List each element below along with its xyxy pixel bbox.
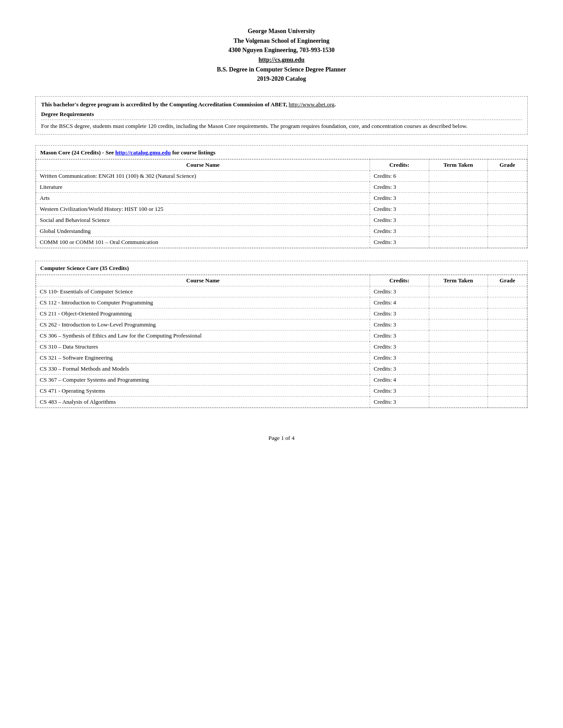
table-row: CS 321 – Software Engineering Credits: 3: [36, 353, 527, 364]
course-name: CS 321 – Software Engineering: [36, 353, 370, 364]
course-grade: [488, 353, 527, 364]
course-name: Written Communication: ENGH 101 (100) & …: [36, 171, 370, 182]
mason-core-title-suffix: - See: [101, 149, 115, 156]
course-credits: Credits: 3: [370, 397, 429, 408]
course-term: [429, 397, 487, 408]
accreditation-bold: This bachelor's degree program is accred…: [41, 101, 289, 108]
header-line6: 2019-2020 Catalog: [35, 74, 528, 84]
course-credits: Credits: 3: [370, 308, 429, 319]
table-row: CS 211 - Object-Oriented Programming Cre…: [36, 308, 527, 319]
col-header-grade: Grade: [488, 275, 527, 286]
table-row: CS 471 - Operating Systems Credits: 3: [36, 386, 527, 397]
course-grade: [488, 215, 527, 226]
course-grade: [488, 286, 527, 297]
course-credits: Credits: 4: [370, 375, 429, 386]
intro-section-box: This bachelor's degree program is accred…: [35, 96, 528, 135]
header-website-link[interactable]: http://cs.gmu.edu: [258, 56, 304, 63]
course-grade: [488, 226, 527, 237]
col-header-name: Course Name: [36, 160, 370, 171]
col-header-term: Term Taken: [429, 275, 487, 286]
course-credits: Credits: 3: [370, 182, 429, 193]
table-row: CS 367 – Computer Systems and Programmin…: [36, 375, 527, 386]
course-credits: Credits: 3: [370, 353, 429, 364]
cs-core-section: Computer Science Core (35 Credits) Cours…: [35, 261, 528, 408]
course-name: Literature: [36, 182, 370, 193]
table-row: Arts Credits: 3: [36, 193, 527, 204]
course-name: Arts: [36, 193, 370, 204]
course-term: [429, 204, 487, 215]
abet-link[interactable]: http://www.abet.org: [289, 101, 335, 108]
col-header-name: Course Name: [36, 275, 370, 286]
table-row: Literature Credits: 3: [36, 182, 527, 193]
header-line4: http://cs.gmu.edu: [35, 55, 528, 65]
course-credits: Credits: 4: [370, 297, 429, 308]
course-term: [429, 193, 487, 204]
page-header: George Mason University The Volgenau Sch…: [35, 26, 528, 84]
course-credits: Credits: 3: [370, 364, 429, 375]
course-term: [429, 364, 487, 375]
table-row: Global Understanding Credits: 3: [36, 226, 527, 237]
table-row: CS 310 – Data Structures Credits: 3: [36, 341, 527, 353]
degree-requirements-text: For the BSCS degree, students must compl…: [41, 123, 522, 130]
course-term: [429, 171, 487, 182]
course-term: [429, 237, 487, 248]
course-term: [429, 308, 487, 319]
course-grade: [488, 237, 527, 248]
course-name: CS 112 - Introduction to Computer Progra…: [36, 297, 370, 308]
degree-requirements-title: Degree Requirements: [41, 111, 522, 120]
course-credits: Credits: 3: [370, 330, 429, 341]
table-row: COMM 100 or COMM 101 – Oral Communicatio…: [36, 237, 527, 248]
table-row: CS 110- Essentials of Computer Science C…: [36, 286, 527, 297]
mason-core-title: Mason Core (24 Credits) - See http://cat…: [36, 146, 527, 159]
course-grade: [488, 364, 527, 375]
course-term: [429, 375, 487, 386]
course-credits: Credits: 3: [370, 237, 429, 248]
table-row: CS 330 – Formal Methods and Models Credi…: [36, 364, 527, 375]
course-name: CS 262 - Introduction to Low-Level Progr…: [36, 319, 370, 330]
course-term: [429, 286, 487, 297]
course-name: COMM 100 or COMM 101 – Oral Communicatio…: [36, 237, 370, 248]
course-grade: [488, 182, 527, 193]
header-line2: The Volgenau School of Engineering: [35, 36, 528, 46]
course-term: [429, 297, 487, 308]
course-credits: Credits: 3: [370, 215, 429, 226]
course-name: CS 330 – Formal Methods and Models: [36, 364, 370, 375]
course-credits: Credits: 6: [370, 171, 429, 182]
course-term: [429, 215, 487, 226]
course-credits: Credits: 3: [370, 226, 429, 237]
mason-core-header-row: Course Name Credits: Term Taken Grade: [36, 160, 527, 171]
mason-core-title-text: Mason Core (24 Credits): [40, 149, 101, 156]
header-line5: B.S. Degree in Computer Science Degree P…: [35, 65, 528, 75]
course-term: [429, 353, 487, 364]
mason-core-table: Course Name Credits: Term Taken Grade Wr…: [36, 159, 527, 248]
table-row: CS 262 - Introduction to Low-Level Progr…: [36, 319, 527, 330]
course-name: CS 211 - Object-Oriented Programming: [36, 308, 370, 319]
cs-core-table: Course Name Credits: Term Taken Grade CS…: [36, 275, 527, 408]
course-name: Global Understanding: [36, 226, 370, 237]
col-header-term: Term Taken: [429, 160, 487, 171]
cs-core-header-row: Course Name Credits: Term Taken Grade: [36, 275, 527, 286]
course-grade: [488, 204, 527, 215]
course-term: [429, 319, 487, 330]
table-row: CS 306 – Synthesis of Ethics and Law for…: [36, 330, 527, 341]
course-name: Western Civilization/World History: HIST…: [36, 204, 370, 215]
course-grade: [488, 386, 527, 397]
course-name: CS 110- Essentials of Computer Science: [36, 286, 370, 297]
table-row: Written Communication: ENGH 101 (100) & …: [36, 171, 527, 182]
page-footer: Page 1 of 4: [35, 435, 528, 442]
col-header-grade: Grade: [488, 160, 527, 171]
mason-core-section: Mason Core (24 Credits) - See http://cat…: [35, 145, 528, 248]
course-credits: Credits: 3: [370, 341, 429, 353]
catalog-link[interactable]: http://catalog.gmu.edu: [115, 149, 171, 156]
course-credits: Credits: 3: [370, 386, 429, 397]
course-name: CS 471 - Operating Systems: [36, 386, 370, 397]
table-row: CS 112 - Introduction to Computer Progra…: [36, 297, 527, 308]
cs-core-title: Computer Science Core (35 Credits): [36, 261, 527, 275]
course-name: Social and Behavioral Science: [36, 215, 370, 226]
table-row: CS 483 – Analysis of Algorithms Credits:…: [36, 397, 527, 408]
course-credits: Credits: 3: [370, 319, 429, 330]
course-grade: [488, 341, 527, 353]
course-term: [429, 386, 487, 397]
course-grade: [488, 330, 527, 341]
mason-core-link-suffix: for course listings: [171, 149, 215, 156]
